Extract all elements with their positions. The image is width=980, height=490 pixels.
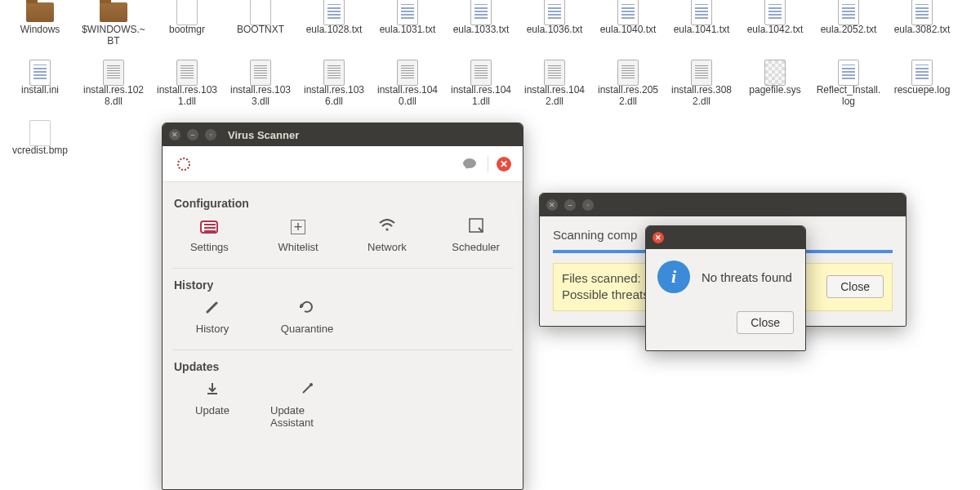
desktop-item[interactable]: eula.1040.txt — [591, 0, 665, 60]
titlebar[interactable]: ✕ – ▫ — [540, 194, 906, 216]
history-section-title: History — [174, 278, 513, 292]
scan-close-button[interactable]: Close — [826, 275, 884, 298]
titlebar[interactable]: ✕ — [646, 226, 805, 249]
desktop-item-label: eula.1040.txt — [600, 24, 657, 36]
svg-point-2 — [385, 228, 388, 230]
desktop-item[interactable]: install.res.1040.dll — [371, 60, 444, 121]
scanner-logo-icon — [174, 154, 194, 174]
text-file-icon — [838, 60, 859, 86]
item-label: Update Assistant — [270, 404, 344, 429]
settings-button[interactable]: Settings — [176, 218, 243, 253]
item-label: Whitelist — [278, 241, 318, 253]
desktop-item-label: eula.1041.txt — [674, 24, 730, 36]
text-file-icon — [397, 0, 418, 25]
desktop-item-label: install.res.1040.dll — [375, 85, 440, 108]
desktop-item-label: rescuepe.log — [894, 85, 951, 96]
titlebar[interactable]: ✕ – ▫ Virus Scanner — [163, 123, 523, 146]
section-divider — [172, 350, 513, 350]
desktop-item[interactable]: vcredist.bmp — [3, 121, 77, 181]
desktop-item[interactable]: bootmgr — [150, 0, 224, 60]
desktop-item[interactable]: BOOTNXT — [224, 0, 297, 60]
desktop-item[interactable]: eula.1028.txt — [297, 0, 371, 60]
window-close-icon[interactable]: ✕ — [546, 199, 558, 211]
desktop-item[interactable]: eula.2052.txt — [812, 0, 885, 60]
dll-file-icon — [691, 60, 712, 86]
desktop-item[interactable]: install.res.1033.dll — [224, 60, 297, 121]
desktop-item-label: Windows — [20, 24, 60, 36]
info-icon[interactable] — [460, 154, 479, 174]
pencil-icon — [205, 300, 220, 318]
history-button[interactable]: History — [176, 300, 249, 335]
dll-file-icon — [544, 60, 565, 86]
desktop-item[interactable]: eula.1042.txt — [738, 0, 812, 60]
item-label: Settings — [190, 241, 229, 253]
desktop-item[interactable]: eula.1036.txt — [518, 0, 591, 60]
desktop-item[interactable]: pagefile.sys — [738, 60, 812, 121]
updates-section-title: Updates — [174, 360, 513, 373]
desktop-item-label: install.res.1031.dll — [154, 85, 220, 108]
configuration-section-title: Configuration — [174, 197, 513, 210]
desktop-item[interactable]: rescuepe.log — [885, 60, 959, 121]
cancel-icon[interactable]: ✕ — [497, 157, 511, 172]
settings-icon — [200, 220, 218, 234]
text-file-icon — [911, 60, 933, 86]
item-label: Quarantine — [281, 323, 333, 335]
window-close-icon[interactable]: ✕ — [169, 129, 180, 140]
folder-icon — [100, 2, 127, 22]
wifi-icon — [379, 219, 395, 236]
desktop-item-label: install.res.1033.dll — [228, 85, 293, 108]
desktop-item[interactable]: install.res.1042.dll — [518, 60, 591, 121]
desktop-item-label: bootmgr — [169, 24, 205, 36]
desktop-item[interactable]: install.res.3082.dll — [665, 60, 738, 121]
desktop-item-label: eula.2052.txt — [821, 24, 877, 36]
info-dialog: ✕ i No threats found Close — [645, 225, 806, 351]
window-maximize-icon[interactable]: ▫ — [205, 129, 216, 140]
desktop-item[interactable]: Windows — [3, 0, 77, 60]
desktop-item-label: eula.3082.txt — [894, 24, 951, 36]
info-close-button[interactable]: Close — [737, 311, 794, 334]
desktop-item-label: install.ini — [21, 85, 59, 96]
desktop-item-label: install.res.2052.dll — [595, 85, 661, 108]
window-maximize-icon[interactable]: ▫ — [582, 199, 594, 211]
network-button[interactable]: Network — [354, 218, 421, 253]
quarantine-icon — [300, 300, 314, 318]
svg-point-0 — [178, 158, 189, 170]
desktop-item[interactable]: install.res.1041.dll — [444, 60, 518, 121]
file-icon — [250, 0, 271, 25]
desktop-item-label: eula.1042.txt — [747, 24, 804, 36]
desktop-item[interactable]: eula.1031.txt — [371, 0, 444, 60]
text-file-icon — [838, 0, 859, 25]
whitelist-button[interactable]: +Whitelist — [265, 218, 332, 253]
window-close-icon[interactable]: ✕ — [653, 232, 664, 243]
quarantine-button[interactable]: Quarantine — [270, 300, 344, 335]
dll-file-icon — [103, 60, 124, 86]
desktop-item-label: vcredist.bmp — [12, 145, 68, 157]
window-minimize-icon[interactable]: – — [187, 129, 198, 140]
desktop-item[interactable]: eula.1041.txt — [665, 0, 738, 60]
window-minimize-icon[interactable]: – — [564, 199, 576, 211]
desktop-item-label: pagefile.sys — [749, 85, 800, 96]
update-assistant-button[interactable]: Update Assistant — [270, 381, 344, 429]
desktop-item-label: install.res.3082.dll — [669, 85, 734, 108]
text-file-icon — [323, 0, 345, 25]
desktop-item[interactable]: install.res.2052.dll — [591, 60, 665, 121]
text-file-icon — [691, 0, 712, 25]
info-message: No threats found — [702, 270, 792, 284]
desktop-item-label: install.res.1028.dll — [81, 85, 146, 108]
dll-file-icon — [323, 60, 345, 86]
desktop-item[interactable]: Reflect_Install.log — [812, 60, 885, 121]
desktop-item[interactable]: eula.3082.txt — [885, 0, 959, 60]
dll-file-icon — [176, 60, 198, 86]
desktop-item[interactable]: eula.1033.txt — [444, 0, 518, 60]
desktop-item[interactable]: install.ini — [3, 60, 77, 121]
scheduler-button[interactable]: Scheduler — [442, 218, 510, 253]
desktop-item[interactable]: $WINDOWS.~BT — [77, 0, 150, 60]
dll-file-icon — [617, 60, 639, 86]
desktop-item[interactable]: install.res.1028.dll — [77, 60, 150, 121]
text-file-icon — [617, 0, 639, 25]
toolbar-separator — [488, 156, 488, 172]
update-button[interactable]: Update — [176, 381, 249, 429]
desktop-item-label: eula.1033.txt — [453, 24, 510, 36]
desktop-item[interactable]: install.res.1031.dll — [150, 60, 224, 121]
desktop-item[interactable]: install.res.1036.dll — [297, 60, 371, 121]
